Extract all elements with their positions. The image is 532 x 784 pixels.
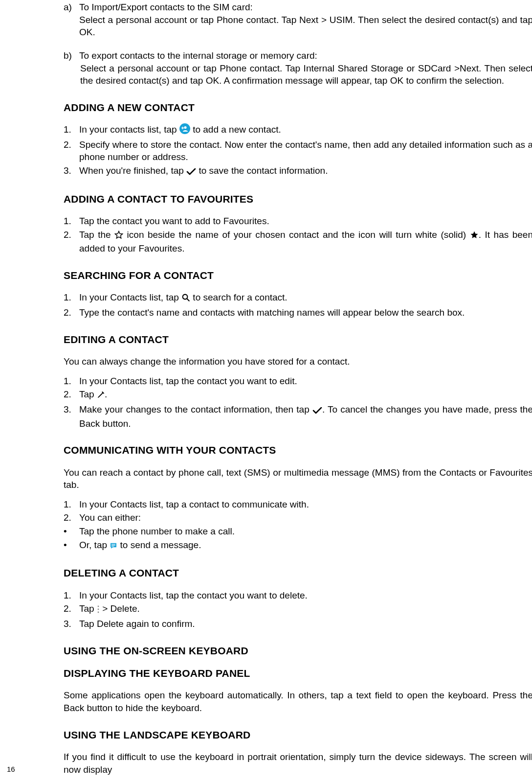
edit-item-2: 2. Tap . (64, 388, 532, 402)
star-outline-icon (114, 230, 123, 243)
search-item-1: 1. In your Contacts list, tap to search … (64, 291, 532, 305)
heading-onscreen-keyboard: USING THE ON-SCREEN KEYBOARD (64, 644, 532, 658)
landscape-keyboard-body: If you find it difficult to use the keyb… (64, 751, 532, 776)
svg-point-3 (98, 606, 99, 607)
edit-item-1: 1. In your Contacts list, tap the contac… (64, 375, 532, 388)
check-icon (186, 166, 196, 179)
comm-bullet-1: • Tap the phone number to make a call. (64, 525, 532, 538)
edit-2-b: . (105, 389, 107, 399)
item-b-text: To export contacts to the internal stora… (79, 49, 532, 87)
heading-searching: SEARCHING FOR A CONTACT (64, 269, 532, 282)
pencil-icon (97, 390, 105, 402)
del-2-b: > Delete. (100, 603, 140, 614)
search-1-a: In your Contacts list, tap (79, 292, 181, 302)
check-icon (312, 405, 322, 417)
item-b-body: Select a personal account or tap Phone c… (79, 62, 532, 87)
heading-editing: EDITING A CONTACT (64, 333, 532, 346)
message-icon (110, 540, 117, 553)
edit-3-a: Make your changes to the contact informa… (79, 404, 312, 415)
edit-2-a: Tap (79, 389, 97, 399)
search-1-b: to search for a contact. (190, 292, 288, 302)
search-2: Type the contact's name and contacts wit… (79, 306, 532, 319)
fav-1: Tap the contact you want to add to Favou… (79, 215, 532, 228)
svg-point-4 (98, 609, 99, 610)
list-item-a: a) To Import/Export contacts to the SIM … (64, 1, 532, 39)
list-item-b: b) To export contacts to the internal st… (64, 49, 532, 87)
item-b-title: To export contacts to the internal stora… (79, 50, 317, 61)
keyboard-panel-body: Some applications open the keyboard auto… (64, 689, 532, 714)
fav-item-2: 2. Tap the icon beside the name of your … (64, 229, 532, 255)
comm-intro: You can reach a contact by phone call, t… (64, 466, 532, 491)
search-item-2: 2. Type the contact's name and contacts … (64, 306, 532, 319)
addnew-1-part-a: In your contacts list, tap (79, 124, 179, 135)
addnew-2: Specify where to store the contact. Now … (79, 138, 532, 163)
del-item-3: 3. Tap Delete again to confirm. (64, 618, 532, 630)
comm-item-1: 1. In your Contacts list, tap a contact … (64, 498, 532, 511)
addnew-3-part-b: to save the contact information. (199, 165, 328, 176)
heading-deleting: DELETING A CONTACT (64, 566, 532, 580)
page-number: 16 (7, 764, 15, 774)
addnew-1-part-b: to add a new contact. (190, 124, 281, 135)
marker-a: a) (64, 1, 79, 39)
search-icon (181, 293, 190, 305)
heading-landscape-keyboard: USING THE LANDSCAPE KEYBOARD (64, 728, 532, 742)
heading-keyboard-panel: DISPLAYING THE KEYBOARD PANEL (64, 667, 532, 680)
heading-adding-new-contact: ADDING A NEW CONTACT (64, 101, 532, 115)
addnew-item-1: 1. In your contacts list, tap to add a n… (64, 123, 532, 138)
fav-2-a: Tap the (79, 230, 114, 240)
heading-communicating: COMMUNICATING WITH YOUR CONTACTS (64, 443, 532, 457)
add-contact-icon (179, 123, 190, 138)
item-a-body: Select a personal account or tap Phone c… (79, 14, 532, 39)
addnew-3-part-a: When you're finished, tap (79, 165, 186, 176)
del-item-2: 2. Tap > Delete. (64, 602, 532, 617)
fav-2-b: icon beside the name of your chosen cont… (123, 230, 470, 240)
addnew-item-3: 3. When you're finished, tap to save the… (64, 164, 532, 179)
comm-b2-a: Or, tap (79, 540, 110, 550)
star-solid-icon (470, 230, 479, 243)
addnew-item-2: 2. Specify where to store the contact. N… (64, 138, 532, 163)
heading-favourites: ADDING A CONTACT TO FAVOURITES (64, 192, 532, 206)
marker-b: b) (64, 49, 79, 87)
edit-item-3: 3. Make your changes to the contact info… (64, 403, 532, 430)
del-3: Tap Delete again to confirm. (79, 618, 532, 630)
comm-b2-b: to send a message. (117, 540, 201, 550)
del-item-1: 1. In your Contacts list, tap the contac… (64, 589, 532, 602)
comm-1: In your Contacts list, tap a contact to … (79, 498, 532, 511)
comm-b1: Tap the phone number to make a call. (79, 525, 532, 538)
svg-point-0 (179, 123, 190, 134)
svg-point-1 (184, 126, 186, 129)
editing-intro: You can always change the information yo… (64, 355, 532, 368)
del-1: In your Contacts list, tap the contact y… (79, 589, 532, 602)
comm-2: You can either: (79, 511, 532, 524)
del-2-a: Tap (79, 603, 97, 614)
comm-bullet-2: • Or, tap to send a message. (64, 539, 532, 553)
item-a-title: To Import/Export contacts to the SIM car… (79, 2, 253, 12)
svg-point-5 (98, 612, 99, 613)
comm-item-2: 2. You can either: (64, 511, 532, 524)
edit-1: In your Contacts list, tap the contact y… (79, 375, 532, 388)
fav-item-1: 1. Tap the contact you want to add to Fa… (64, 215, 532, 228)
item-a-text: To Import/Export contacts to the SIM car… (79, 1, 532, 39)
